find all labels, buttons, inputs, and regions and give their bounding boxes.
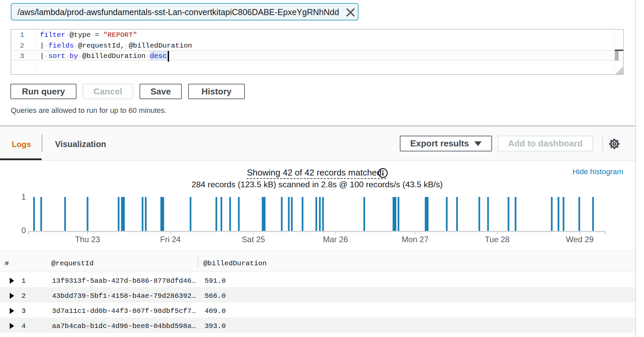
svg-text:Mar 26: Mar 26 (323, 235, 348, 244)
svg-text:Tue 28: Tue 28 (485, 235, 510, 244)
svg-text:Sat 25: Sat 25 (242, 235, 265, 244)
svg-text:Wed 29: Wed 29 (566, 235, 593, 244)
svg-text:Mon 27: Mon 27 (401, 235, 428, 244)
svg-text:1: 1 (21, 192, 26, 201)
svg-text:Thu 23: Thu 23 (75, 235, 100, 244)
svg-text:0: 0 (21, 226, 26, 235)
svg-text:Fri 24: Fri 24 (160, 235, 180, 244)
